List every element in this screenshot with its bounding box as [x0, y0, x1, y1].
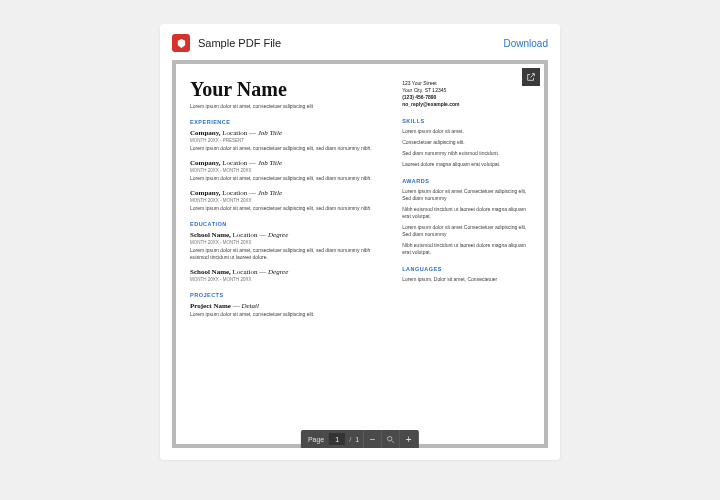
- experience-entry-dates: MONTH 20XX - PRESENT: [190, 138, 388, 143]
- resume-left-column: Your Name Lorem ipsum dolor sit amet, co…: [190, 78, 388, 325]
- skill-item: Laoreet dolore magna aliquam erat volutp…: [402, 161, 530, 168]
- page-total: 1: [355, 436, 363, 443]
- education-entry: School Name, Location — DegreeMONTH 20XX…: [190, 231, 388, 261]
- pdf-toolbar: Page / 1 − +: [301, 430, 419, 448]
- skills-heading: SKILLS: [402, 118, 530, 124]
- experience-entry-dates: MONTH 20XX - MONTH 20XX: [190, 168, 388, 173]
- zoom-out-button[interactable]: −: [363, 430, 381, 448]
- award-item: Nibh euismod tincidunt ut laoreet dolore…: [402, 242, 530, 256]
- page-input[interactable]: [329, 433, 345, 445]
- education-entry: School Name, Location — DegreeMONTH 20XX…: [190, 268, 388, 282]
- award-item: Lorem ipsum dolor sit amet Consectetuer …: [402, 224, 530, 238]
- experience-entry-desc: Lorem ipsum dolor sit amet, consectetuer…: [190, 205, 388, 212]
- pdf-preview-card: Sample PDF File Download Your Name Lorem…: [160, 24, 560, 460]
- popout-button[interactable]: [522, 68, 540, 86]
- resume-name: Your Name: [190, 78, 388, 101]
- external-link-icon: [526, 72, 536, 82]
- experience-entry-desc: Lorem ipsum dolor sit amet, consectetuer…: [190, 175, 388, 182]
- page-sep: /: [345, 436, 355, 443]
- languages-text: Lorem ipsum, Dolor sit amet, Consectetue…: [402, 276, 530, 283]
- svg-line-1: [392, 440, 394, 442]
- languages-heading: LANGUAGES: [402, 266, 530, 272]
- page-label: Page: [303, 436, 329, 443]
- project-entry: Project Name — DetailLorem ipsum dolor s…: [190, 302, 388, 318]
- experience-heading: EXPERIENCE: [190, 119, 388, 125]
- experience-entry-desc: Lorem ipsum dolor sit amet, consectetuer…: [190, 145, 388, 152]
- awards-heading: AWARDS: [402, 178, 530, 184]
- contact-street: 123 Your Street: [402, 80, 530, 87]
- education-entry-dates: MONTH 20XX - MONTH 20XX: [190, 277, 388, 282]
- download-link[interactable]: Download: [504, 38, 548, 49]
- project-entry-title: Project Name — Detail: [190, 302, 388, 310]
- skill-item: Lorem ipsum dolor sit amet.: [402, 128, 530, 135]
- file-title: Sample PDF File: [198, 37, 504, 49]
- education-entry-dates: MONTH 20XX - MONTH 20XX: [190, 240, 388, 245]
- education-entry-desc: Lorem ipsum dolor sit amet, consectetuer…: [190, 247, 388, 261]
- experience-entry: Company, Location — Job TitleMONTH 20XX …: [190, 129, 388, 152]
- resume-subtitle: Lorem ipsum dolor sit amet, consectetuer…: [190, 103, 388, 109]
- svg-point-0: [388, 436, 393, 441]
- pdf-viewer: Your Name Lorem ipsum dolor sit amet, co…: [172, 60, 548, 448]
- resume-right-column: 123 Your Street Your City, ST 12345 (123…: [402, 78, 530, 325]
- pdf-page: Your Name Lorem ipsum dolor sit amet, co…: [176, 64, 544, 444]
- education-heading: EDUCATION: [190, 221, 388, 227]
- plus-icon: +: [406, 434, 412, 445]
- experience-entry: Company, Location — Job TitleMONTH 20XX …: [190, 189, 388, 212]
- education-entry-title: School Name, Location — Degree: [190, 231, 388, 239]
- experience-entry-dates: MONTH 20XX - MONTH 20XX: [190, 198, 388, 203]
- contact-citystate: Your City, ST 12345: [402, 87, 530, 94]
- zoom-in-button[interactable]: +: [399, 430, 417, 448]
- experience-entry-title: Company, Location — Job Title: [190, 129, 388, 137]
- zoom-reset-button[interactable]: [381, 430, 399, 448]
- education-entry-title: School Name, Location — Degree: [190, 268, 388, 276]
- header-bar: Sample PDF File Download: [160, 24, 560, 60]
- skill-item: Consectetuer adipiscing elit.: [402, 139, 530, 146]
- experience-entry-title: Company, Location — Job Title: [190, 189, 388, 197]
- experience-entry: Company, Location — Job TitleMONTH 20XX …: [190, 159, 388, 182]
- contact-phone: (123) 456-7890: [402, 94, 530, 101]
- minus-icon: −: [370, 434, 376, 445]
- project-entry-desc: Lorem ipsum dolor sit amet, consectetuer…: [190, 311, 388, 318]
- award-item: Nibh euismod tincidunt ut laoreet dolore…: [402, 206, 530, 220]
- award-item: Lorem ipsum dolor sit amet Consectetuer …: [402, 188, 530, 202]
- contact-email: no_reply@example.com: [402, 101, 530, 108]
- magnifier-icon: [386, 435, 395, 444]
- projects-heading: PROJECTS: [190, 292, 388, 298]
- experience-entry-title: Company, Location — Job Title: [190, 159, 388, 167]
- skill-item: Sed diam nonummy nibh euismod tincidunt.: [402, 150, 530, 157]
- contact-block: 123 Your Street Your City, ST 12345 (123…: [402, 80, 530, 108]
- pdf-icon: [172, 34, 190, 52]
